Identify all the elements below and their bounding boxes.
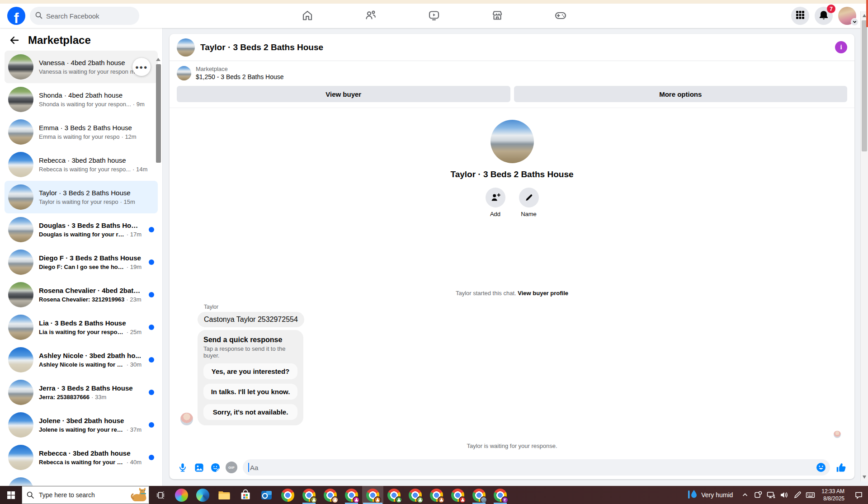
chrome-window-10[interactable] — [468, 486, 490, 504]
conversation-avatar — [8, 315, 33, 340]
apps-menu-button[interactable] — [791, 7, 809, 25]
conversation-item-taylor-3-beds-2-baths-house[interactable]: Taylor · 3 Beds 2 Baths HouseTaylor is w… — [5, 181, 158, 213]
more-options-button[interactable]: More options — [514, 86, 848, 102]
add-button[interactable]: Add — [486, 188, 505, 217]
task-view-button[interactable] — [149, 486, 171, 504]
conversation-preview: Rebecca is waiting for your respo... — [39, 166, 131, 173]
main-nav — [301, 4, 567, 28]
marketplace-tab[interactable] — [491, 9, 504, 23]
sidebar-scroll-up[interactable] — [156, 58, 160, 61]
outlook-app[interactable] — [256, 486, 277, 504]
like-button[interactable] — [834, 460, 849, 475]
chrome-window-5[interactable] — [362, 486, 383, 504]
message-input[interactable]: Aa — [243, 459, 830, 476]
facebook-search-input[interactable]: Search Facebook — [30, 7, 139, 25]
notifications-button[interactable]: 7 — [815, 7, 833, 25]
watch-tab[interactable] — [427, 9, 441, 23]
microsoft-store-app[interactable] — [235, 486, 256, 504]
conversation-avatar — [8, 282, 33, 307]
listing-row[interactable]: Marketplace $1,250 - 3 Beds 2 Baths Hous… — [170, 61, 854, 83]
conversation-info-button[interactable]: i — [835, 41, 847, 53]
action-center-button[interactable] — [849, 486, 868, 504]
conversation-item-rebecca-3bed-2bath-house[interactable]: Rebecca · 3bed 2bath houseRebecca is wai… — [5, 441, 158, 474]
taskbar-weather-widget[interactable]: Very humid — [682, 486, 738, 504]
scroll-down-arrow[interactable] — [863, 476, 866, 479]
conversation-item-linda-3-beds-2-baths-house[interactable]: Linda · 3 Beds 2 Baths House — [5, 474, 158, 486]
pen-icon — [793, 491, 802, 499]
chrome-window-4[interactable] — [341, 486, 362, 504]
home-tab[interactable] — [301, 9, 314, 23]
conversation-item-emma-3-beds-2-baths-house[interactable]: Emma · 3 Beds 2 Baths HouseEmma is waiti… — [5, 116, 158, 148]
sticker-icon — [210, 462, 221, 473]
gaming-tab[interactable] — [554, 9, 567, 23]
scroll-up-arrow[interactable] — [863, 14, 866, 17]
tray-expand-button[interactable] — [738, 486, 751, 504]
taskbar-clock[interactable]: 12:33 AM 8/8/2025 — [817, 486, 849, 504]
chat-header: Taylor · 3 Beds 2 Baths House i — [170, 34, 854, 61]
unread-indicator — [149, 292, 154, 297]
name-label: Name — [521, 211, 537, 217]
view-buyer-profile-link[interactable]: View buyer profile — [518, 290, 568, 297]
view-buyer-button[interactable]: View buyer — [177, 86, 510, 102]
conversation-item-douglas-3-beds-2-baths-house[interactable]: Douglas · 3 Beds 2 Baths HouseDouglas is… — [5, 213, 158, 246]
chrome-window-1[interactable] — [277, 486, 298, 504]
tray-pen[interactable] — [791, 486, 804, 504]
conversation-item-jerra-3-beds-2-baths-house[interactable]: Jerra · 3 Beds 2 Baths HouseJerra: 25388… — [5, 376, 158, 409]
emoji-button[interactable] — [815, 461, 827, 474]
friends-tab[interactable] — [364, 9, 377, 23]
tray-touch-keyboard[interactable] — [804, 486, 817, 504]
conversation-item-ashley-nicole-3bed-2bath-ho[interactable]: Ashley Nicole · 3bed 2bath ho...Ashley N… — [5, 344, 158, 376]
sticker-button[interactable] — [208, 460, 223, 475]
conversation-item-vanessa-4bed-2bath-house[interactable]: Vanessa · 4bed 2bath houseVanessa is wai… — [5, 51, 158, 83]
seen-indicator-avatar — [834, 431, 841, 438]
quick-response-option-1[interactable]: Yes, are you interested? — [203, 363, 297, 379]
conversation-item-shonda-4bed-2bath-house[interactable]: Shonda · 4bed 2bath houseShonda is waiti… — [5, 83, 158, 116]
chrome-window-2[interactable] — [298, 486, 320, 504]
sidebar-title: Marketplace — [28, 34, 91, 47]
chrome-window-11[interactable]: E — [490, 486, 511, 504]
conversation-preview: Taylor is waiting for your respo — [39, 198, 118, 205]
file-explorer-app[interactable] — [213, 486, 235, 504]
chat-avatar[interactable] — [177, 38, 195, 57]
message-sender-name: Taylor — [204, 304, 218, 310]
gif-button[interactable]: GIF — [224, 460, 239, 475]
sidebar-scrollbar[interactable] — [156, 64, 161, 163]
facebook-logo[interactable]: f — [7, 7, 25, 25]
conversation-item-diego-f-3-beds-2-baths-house[interactable]: Diego F · 3 Beds 2 Baths HouseDiego F: C… — [5, 246, 158, 278]
conversation-item-jolene-3bed-2bath-house[interactable]: Jolene · 3bed 2bath houseJolene is waiti… — [5, 409, 158, 441]
chrome-window-7[interactable] — [405, 486, 426, 504]
conversation-item-lia-3-beds-2-baths-house[interactable]: Lia · 3 Beds 2 Baths HouseLia is waiting… — [5, 311, 158, 344]
quick-response-option-2[interactable]: In talks. I'll let you know. — [203, 384, 297, 400]
tray-network[interactable] — [764, 486, 778, 504]
search-companion-cat[interactable] — [130, 485, 148, 504]
sender-avatar[interactable] — [180, 413, 193, 425]
unread-indicator — [149, 390, 154, 395]
voice-clip-button[interactable] — [175, 460, 190, 475]
chrome-window-6[interactable] — [383, 486, 405, 504]
quick-response-option-3[interactable]: Sorry, it's not available. — [203, 404, 297, 420]
back-button[interactable] — [8, 34, 21, 47]
page-scrollbar[interactable] — [860, 11, 868, 481]
chrome-window-8[interactable] — [426, 486, 447, 504]
attach-photo-button[interactable] — [191, 460, 207, 475]
tray-meet-now[interactable] — [751, 486, 764, 504]
conversation-time: · 14m — [132, 166, 147, 173]
taskbar-search-input[interactable]: Type here to search — [22, 486, 149, 504]
chrome-icon: E — [494, 489, 507, 502]
conversation-item-rebecca-3bed-2bath-house[interactable]: Rebecca · 3bed 2bath houseRebecca is wai… — [5, 148, 158, 181]
conversation-title: Jolene · 3bed 2bath house — [39, 417, 142, 424]
profile-avatar[interactable] — [838, 7, 856, 25]
edge-app[interactable] — [192, 486, 213, 504]
name-button[interactable]: Name — [519, 188, 539, 217]
chrome-window-9[interactable] — [447, 486, 468, 504]
store-icon — [240, 489, 251, 501]
conversation-title: Douglas · 3 Beds 2 Baths House — [39, 221, 142, 229]
windows-taskbar: Type here to search E Very humid — [0, 486, 868, 504]
copilot-app[interactable] — [171, 486, 192, 504]
chrome-window-3[interactable] — [320, 486, 341, 504]
tray-volume[interactable] — [778, 486, 791, 504]
conversation-item-rosena-chevalier-4bed-2bath[interactable]: Rosena Chevalier · 4bed 2bath...Rosena C… — [5, 278, 158, 311]
scrollbar-thumb[interactable] — [862, 20, 867, 151]
conversation-menu-button[interactable]: ●●● — [132, 58, 151, 76]
start-button[interactable] — [0, 486, 22, 504]
